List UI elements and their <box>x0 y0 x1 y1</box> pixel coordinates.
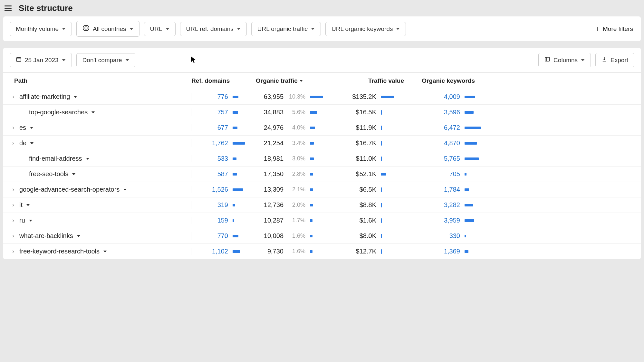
metric-link[interactable]: 4,009 <box>444 93 460 100</box>
filter-org-keywords[interactable]: URL organic keywords <box>325 22 406 36</box>
th-organic-traffic[interactable]: Organic traffic <box>256 77 333 84</box>
metric-cell: $6.5K <box>327 186 398 193</box>
export-button[interactable]: Export <box>595 53 634 67</box>
path-cell[interactable]: ›it <box>10 201 191 209</box>
cursor-icon <box>191 56 197 65</box>
metric-cell: 1,369 <box>398 248 481 255</box>
bar-chart <box>233 235 249 237</box>
bar-chart <box>465 173 481 176</box>
bar-chart <box>381 249 398 254</box>
metric-link[interactable]: 3,596 <box>444 109 460 116</box>
table-row: top-google-searches75734,8835.6%$16.5K3,… <box>3 105 641 120</box>
bar-chart <box>233 127 249 129</box>
path-cell[interactable]: ›google-advanced-search-operators <box>10 186 191 193</box>
th-organic-keywords[interactable]: Organic keywords <box>404 77 475 84</box>
path-cell[interactable]: ›what-are-backlinks <box>10 232 191 240</box>
metric-link[interactable]: 705 <box>449 170 460 178</box>
chevron-down-icon <box>62 28 66 30</box>
more-filters-button[interactable]: + More filters <box>594 22 634 36</box>
metric-link[interactable]: 533 <box>217 155 228 162</box>
metric-value: $16.7K <box>356 139 376 147</box>
metric-link[interactable]: 587 <box>217 170 228 178</box>
path-cell[interactable]: ›ru <box>10 217 191 224</box>
path-cell[interactable]: top-google-searches <box>10 109 191 116</box>
th-traffic-value[interactable]: Traffic value <box>333 77 404 84</box>
metric-link[interactable]: 319 <box>217 201 228 209</box>
filter-label: URL organic traffic <box>257 25 308 33</box>
metric-link[interactable]: 1,784 <box>444 186 460 193</box>
chevron-down-icon[interactable] <box>86 158 89 160</box>
metric-link[interactable]: 5,765 <box>444 155 460 162</box>
path-cell[interactable]: find-email-address <box>10 155 191 162</box>
metric-value: 17,350 <box>264 170 284 178</box>
filter-label: URL <box>150 25 162 33</box>
path-cell[interactable]: free-seo-tools <box>10 170 191 178</box>
chevron-right-icon[interactable]: › <box>10 202 17 208</box>
chevron-right-icon[interactable]: › <box>10 186 17 193</box>
chevron-down-icon[interactable] <box>30 127 33 129</box>
metric-value: 34,883 <box>264 109 284 116</box>
path-cell[interactable]: ›es <box>10 124 191 131</box>
metric-link[interactable]: 776 <box>217 93 228 100</box>
metric-link[interactable]: 3,959 <box>444 217 460 224</box>
chevron-down-icon[interactable] <box>29 220 32 222</box>
path-label: what-are-backlinks <box>19 232 73 240</box>
path-cell[interactable]: ›de <box>10 139 191 147</box>
chevron-down-icon[interactable] <box>74 96 77 98</box>
chevron-down-icon[interactable] <box>30 142 34 144</box>
export-label: Export <box>610 57 628 64</box>
columns-button[interactable]: Columns <box>538 53 591 67</box>
chevron-right-icon[interactable]: › <box>10 217 17 224</box>
menu-icon[interactable] <box>5 5 12 11</box>
compare-dropdown[interactable]: Don't compare <box>76 53 135 67</box>
path-cell[interactable]: ›free-keyword-research-tools <box>10 248 191 255</box>
chevron-right-icon[interactable]: › <box>10 140 17 147</box>
metric-cell: 770 <box>191 232 249 240</box>
metric-value: $11.9K <box>356 124 376 131</box>
th-ref-domains[interactable]: Ref. domains <box>191 77 256 84</box>
path-cell[interactable]: ›affiliate-marketing <box>10 93 191 100</box>
chevron-right-icon[interactable]: › <box>10 124 17 131</box>
metric-cell: $1.6K <box>327 217 398 224</box>
metric-link[interactable]: 3,282 <box>444 201 460 209</box>
metric-cell: 757 <box>191 109 249 116</box>
filter-monthly-volume[interactable]: Monthly volume <box>10 22 72 36</box>
metric-link[interactable]: 6,472 <box>444 124 460 131</box>
th-path[interactable]: Path <box>14 77 191 84</box>
metric-value: $8.8K <box>360 201 376 209</box>
filter-countries[interactable]: All countries <box>76 21 139 37</box>
metric-link[interactable]: 4,870 <box>444 139 460 147</box>
metric-cell: $11.9K <box>327 124 398 131</box>
metric-percent: 2.1% <box>288 186 305 193</box>
chevron-down-icon <box>237 28 241 30</box>
chevron-right-icon[interactable]: › <box>10 233 17 239</box>
metric-link[interactable]: 159 <box>217 217 228 224</box>
chevron-down-icon[interactable] <box>77 235 80 237</box>
metric-link[interactable]: 770 <box>217 232 228 240</box>
chevron-down-icon[interactable] <box>103 251 107 252</box>
bar-chart <box>310 173 327 176</box>
filter-url[interactable]: URL <box>144 22 176 36</box>
chevron-down-icon[interactable] <box>91 111 95 113</box>
chevron-down-icon[interactable] <box>123 189 127 191</box>
metric-link[interactable]: 1,369 <box>444 248 460 255</box>
chevron-down-icon[interactable] <box>72 173 75 175</box>
filter-org-traffic[interactable]: URL organic traffic <box>251 22 321 36</box>
bar-chart <box>233 204 249 206</box>
metric-cell: 1,762 <box>191 139 249 147</box>
metric-link[interactable]: 1,762 <box>212 139 228 147</box>
metric-percent: 5.6% <box>288 109 305 116</box>
chevron-down-icon[interactable] <box>26 204 30 206</box>
metric-link[interactable]: 1,102 <box>212 248 228 255</box>
chevron-right-icon[interactable]: › <box>10 248 17 255</box>
metric-link[interactable]: 677 <box>217 124 228 131</box>
metric-link[interactable]: 330 <box>449 232 460 240</box>
date-picker[interactable]: 25 Jan 2023 <box>10 53 72 67</box>
chevron-right-icon[interactable]: › <box>10 93 17 100</box>
metric-link[interactable]: 757 <box>217 109 228 116</box>
columns-icon <box>544 56 550 64</box>
bar-chart <box>381 126 398 130</box>
filter-ref-domains[interactable]: URL ref. domains <box>180 22 247 36</box>
metric-link[interactable]: 1,526 <box>212 186 228 193</box>
chevron-down-icon <box>396 28 400 30</box>
